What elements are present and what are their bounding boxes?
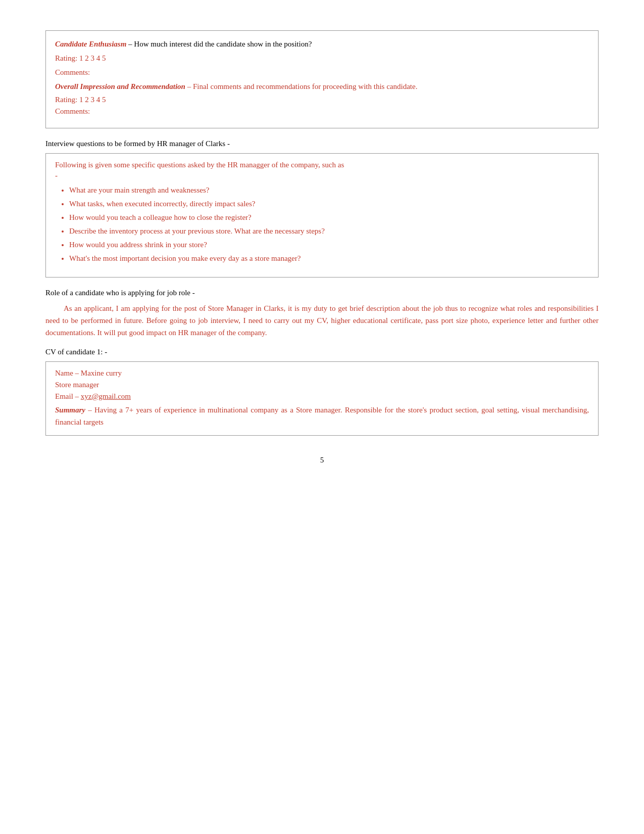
role-section: Role of a candidate who is applying for …	[45, 289, 599, 339]
cv-email: Email – xyz@gmail.com	[55, 392, 589, 401]
summary-text: – Having a 7+ years of experience in mul…	[55, 406, 589, 426]
page-number: 5	[45, 456, 599, 465]
interview-section: Interview questions to be formed by HR m…	[45, 140, 599, 277]
list-item: What's the most important decision you m…	[69, 254, 589, 263]
overall-label: Overall Impression and Recommendation	[55, 82, 185, 90]
interview-intro-label: Interview questions to be formed by HR m…	[45, 140, 599, 148]
list-item: What are your main strength and weakness…	[69, 186, 589, 195]
candidate-enthusiasm-desc: – How much interest did the candidate sh…	[126, 40, 312, 48]
list-item: How would you address shrink in your sto…	[69, 241, 589, 249]
comments1-line: Comments:	[55, 66, 589, 78]
overall-impression-section: Overall Impression and Recommendation – …	[55, 80, 589, 116]
comments2-line: Comments:	[55, 107, 589, 116]
rating2-label: Rating:	[55, 96, 77, 104]
cv-summary: Summary – Having a 7+ years of experienc…	[55, 404, 589, 428]
overall-text: Overall Impression and Recommendation – …	[55, 80, 589, 92]
cv-box: Name – Maxine curry Store manager Email …	[45, 361, 599, 436]
cv-label: CV of candidate 1: -	[45, 348, 599, 356]
questions-intro: Following is given some specific questio…	[55, 161, 589, 169]
rating1-values: 1 2 3 4 5	[79, 54, 106, 62]
page-content: Candidate Enthusiasm – How much interest…	[45, 30, 599, 465]
candidate-enthusiasm-section: Candidate Enthusiasm – How much interest…	[55, 38, 589, 78]
cv-name: Name – Maxine curry	[55, 369, 589, 378]
email-link[interactable]: xyz@gmail.com	[81, 392, 131, 400]
evaluation-box: Candidate Enthusiasm – How much interest…	[45, 30, 599, 128]
email-prefix: Email –	[55, 392, 81, 400]
rating2-line: Rating: 1 2 3 4 5	[55, 96, 589, 104]
questions-box: Following is given some specific questio…	[45, 153, 599, 277]
cv-role: Store manager	[55, 381, 589, 389]
rating1-label: Rating:	[55, 54, 77, 62]
summary-label: Summary	[55, 406, 85, 414]
rating2-values: 1 2 3 4 5	[79, 96, 106, 104]
list-item: Describe the inventory process at your p…	[69, 227, 589, 236]
questions-list: What are your main strength and weakness…	[69, 186, 589, 263]
cv-section: CV of candidate 1: - Name – Maxine curry…	[45, 348, 599, 436]
list-item: How would you teach a colleague how to c…	[69, 213, 589, 222]
list-item: What tasks, when executed incorrectly, d…	[69, 200, 589, 208]
overall-desc: – Final comments and recommendations for…	[185, 82, 417, 90]
dash-line: -	[55, 171, 589, 180]
role-label: Role of a candidate who is applying for …	[45, 289, 599, 297]
candidate-enthusiasm-label: Candidate Enthusiasm	[55, 40, 126, 48]
rating1-line: Rating: 1 2 3 4 5	[55, 52, 589, 64]
role-paragraph: As an applicant, I am applying for the p…	[45, 302, 599, 339]
